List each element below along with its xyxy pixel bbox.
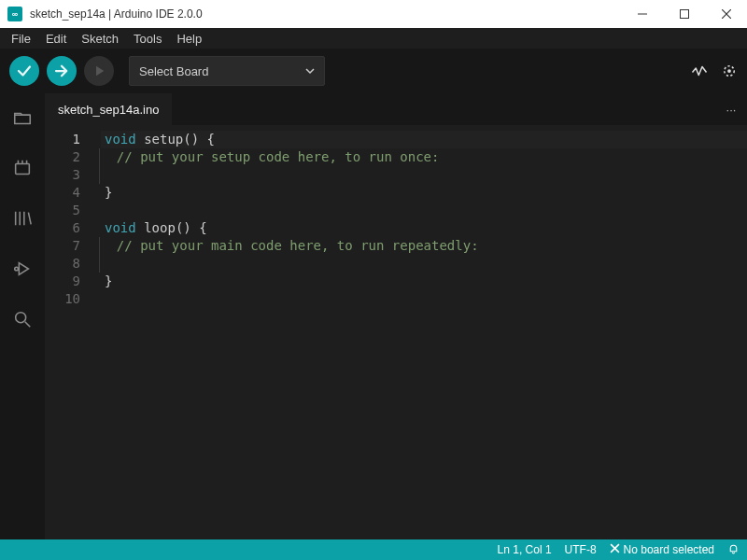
status-board-label: No board selected bbox=[624, 543, 714, 556]
code-line[interactable]: void loop() { bbox=[101, 219, 747, 237]
line-number: 1 bbox=[45, 131, 80, 148]
more-icon: ··· bbox=[726, 103, 737, 117]
status-encoding[interactable]: UTF-8 bbox=[565, 543, 597, 556]
line-number: 2 bbox=[45, 148, 80, 166]
code-line[interactable]: } bbox=[101, 273, 747, 290]
minimize-button[interactable] bbox=[621, 0, 663, 28]
close-x-icon bbox=[610, 543, 620, 556]
statusbar: Ln 1, Col 1 UTF-8 No board selected bbox=[0, 539, 747, 560]
bell-icon bbox=[727, 542, 740, 557]
menubar: File Edit Sketch Tools Help bbox=[0, 28, 747, 49]
activity-debug[interactable] bbox=[0, 252, 45, 286]
code-line[interactable]: // put your main code here, to run repea… bbox=[99, 237, 747, 255]
editor-tabs: sketch_sep14a.ino ··· bbox=[45, 93, 747, 125]
line-number: 8 bbox=[45, 255, 80, 273]
serial-plotter-button[interactable] bbox=[691, 63, 708, 79]
debug-button[interactable] bbox=[84, 56, 114, 86]
line-number: 6 bbox=[45, 219, 80, 237]
svg-point-5 bbox=[16, 313, 26, 323]
board-selector-label: Select Board bbox=[139, 64, 208, 78]
serial-monitor-button[interactable] bbox=[721, 63, 738, 79]
maximize-button[interactable] bbox=[663, 0, 705, 28]
status-board[interactable]: No board selected bbox=[610, 543, 714, 556]
activity-bar bbox=[0, 93, 45, 539]
verify-button[interactable] bbox=[9, 56, 39, 86]
toolbar: Select Board bbox=[0, 49, 747, 93]
status-cursor[interactable]: Ln 1, Col 1 bbox=[498, 543, 552, 556]
window-titlebar: ∞ sketch_sep14a | Arduino IDE 2.0.0 bbox=[0, 0, 747, 28]
status-encoding-label: UTF-8 bbox=[565, 543, 597, 556]
line-number: 4 bbox=[45, 184, 80, 202]
code-line[interactable]: // put your setup code here, to run once… bbox=[99, 148, 747, 166]
menu-file[interactable]: File bbox=[4, 30, 38, 48]
code-content[interactable]: void setup() { // put your setup code he… bbox=[93, 125, 747, 539]
board-selector[interactable]: Select Board bbox=[129, 56, 325, 86]
line-number: 3 bbox=[45, 166, 80, 184]
activity-library-manager[interactable] bbox=[0, 202, 45, 235]
app-icon: ∞ bbox=[7, 7, 22, 21]
window-title: sketch_sep14a | Arduino IDE 2.0.0 bbox=[30, 7, 621, 21]
tab-label: sketch_sep14a.ino bbox=[58, 103, 159, 117]
menu-tools[interactable]: Tools bbox=[126, 30, 169, 48]
menu-help[interactable]: Help bbox=[169, 30, 209, 48]
code-line[interactable]: void setup() { bbox=[101, 131, 747, 148]
notifications-button[interactable] bbox=[727, 542, 740, 557]
code-line[interactable] bbox=[101, 202, 747, 219]
close-button[interactable] bbox=[705, 0, 747, 28]
code-line[interactable]: } bbox=[101, 184, 747, 202]
tab-sketch-file[interactable]: sketch_sep14a.ino bbox=[45, 93, 172, 125]
window-controls bbox=[621, 0, 747, 28]
status-cursor-label: Ln 1, Col 1 bbox=[498, 543, 552, 556]
activity-explorer[interactable] bbox=[0, 101, 45, 134]
line-number: 5 bbox=[45, 202, 80, 219]
svg-point-4 bbox=[15, 267, 19, 271]
code-editor[interactable]: 12345678910 void setup() { // put your s… bbox=[45, 125, 747, 539]
menu-sketch[interactable]: Sketch bbox=[74, 30, 126, 48]
menu-edit[interactable]: Edit bbox=[38, 30, 74, 48]
line-number: 10 bbox=[45, 290, 80, 308]
chevron-down-icon bbox=[305, 64, 315, 78]
upload-button[interactable] bbox=[47, 56, 77, 86]
editor-area: sketch_sep14a.ino ··· 12345678910 void s… bbox=[45, 93, 747, 539]
svg-rect-3 bbox=[16, 163, 30, 174]
svg-point-2 bbox=[727, 69, 731, 73]
line-number: 7 bbox=[45, 237, 80, 255]
line-gutter: 12345678910 bbox=[45, 125, 93, 539]
code-line[interactable] bbox=[99, 166, 747, 184]
line-number: 9 bbox=[45, 273, 80, 290]
editor-more-button[interactable]: ··· bbox=[715, 93, 747, 125]
code-line[interactable] bbox=[101, 290, 747, 308]
svg-rect-0 bbox=[680, 10, 688, 19]
code-line[interactable] bbox=[99, 255, 747, 273]
activity-search[interactable] bbox=[0, 302, 45, 336]
activity-boards-manager[interactable] bbox=[0, 151, 45, 185]
